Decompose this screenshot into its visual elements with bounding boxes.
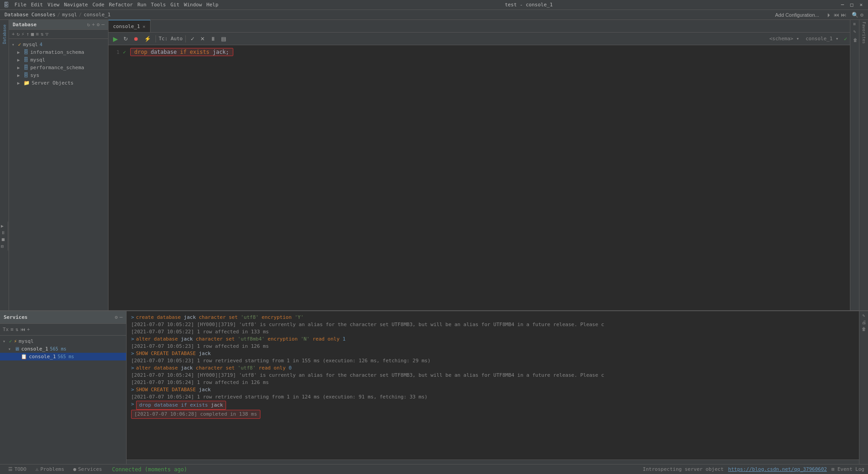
bottom-right-icon-1[interactable]: ✎ <box>862 313 865 318</box>
tab-console-1[interactable]: console_1 ✕ <box>108 20 151 32</box>
services-tree-console-1[interactable]: 📋 console_1 565 ms <box>0 353 126 360</box>
right-icon-2[interactable]: ✎ <box>851 28 858 35</box>
svc-icon-3[interactable]: ⏹ <box>1 237 7 242</box>
console-output[interactable]: > create database jack character set 'ut… <box>127 311 859 464</box>
stop-button[interactable]: ⏺ <box>132 35 141 43</box>
menu-run[interactable]: Run <box>137 2 146 8</box>
settings-db-icon[interactable]: ⚙ <box>97 22 100 28</box>
cancel-btn[interactable]: ✕ <box>198 35 207 43</box>
add-configuration-button[interactable]: Add Configuration... <box>773 11 822 19</box>
add-db-icon[interactable]: + <box>92 22 95 28</box>
db-toolbar-refresh[interactable]: ↻ <box>17 31 20 37</box>
tree-item-mysql-db[interactable]: ▶ 🗄 mysql <box>9 56 108 64</box>
svc-icon-4[interactable]: ⊞ <box>1 244 7 249</box>
table-btn[interactable]: ▤ <box>219 35 228 43</box>
right-icon-1[interactable]: ≡ <box>851 22 858 26</box>
minimize-db-icon[interactable]: ─ <box>101 22 104 28</box>
expand-sys-icon[interactable]: ▶ <box>17 73 22 78</box>
sync-icon[interactable]: ↻ <box>87 22 90 28</box>
check-btn[interactable]: ✓ <box>189 35 197 43</box>
code-editor[interactable]: 1 ✓ drop database if exists jack; <box>108 45 850 310</box>
db-toolbar-up[interactable]: ↑ <box>26 31 29 37</box>
status-tab-todo[interactable]: ☰ TODO <box>4 465 31 473</box>
toolbar-icon-3[interactable]: ⏭ <box>841 12 846 18</box>
services-header-actions[interactable]: ⚙ ─ <box>115 314 123 320</box>
pin-button[interactable]: ⚡ <box>142 35 153 43</box>
menu-file[interactable]: File <box>14 2 27 8</box>
menu-code[interactable]: Code <box>92 2 104 8</box>
database-toolbar[interactable]: + ↻ ⚡ ↑ ■ ≡ ⇅ ▽ <box>9 30 108 39</box>
dialect-label[interactable]: Tc: Auto <box>159 36 183 42</box>
tree-item-server-objects[interactable]: ▶ 📁 Server Objects <box>9 79 108 87</box>
expand-mysql-db-icon[interactable]: ▶ <box>17 57 22 62</box>
db-toolbar-filter[interactable]: ⚡ <box>21 31 24 37</box>
close-button[interactable]: ✕ <box>858 2 864 8</box>
menu-bar[interactable]: File Edit View Navigate Code Refactor Ru… <box>14 2 218 8</box>
status-tab-services[interactable]: ● Services <box>69 465 107 473</box>
bottom-right-icon-2[interactable]: 🖨 <box>862 320 866 325</box>
breadcrumb-item-2[interactable]: mysql <box>62 12 77 18</box>
tree-item-information-schema[interactable]: ▶ 🗄 information_schema <box>9 48 108 56</box>
search-icon[interactable]: 🔍 <box>852 12 859 18</box>
toolbar-icon-1[interactable]: ⏵ <box>826 12 832 18</box>
schema-selector[interactable]: <schema> ▾ <box>769 36 799 42</box>
run-button[interactable]: ▶ <box>111 34 120 43</box>
rerun-button[interactable]: ↻ <box>122 35 130 43</box>
expand-server-obj-icon[interactable]: ▶ <box>17 81 22 85</box>
restore-button[interactable]: □ <box>849 2 855 8</box>
menu-edit[interactable]: Edit <box>31 2 43 8</box>
db-toolbar-sort[interactable]: ⇅ <box>41 31 44 37</box>
right-icon-3[interactable]: 🗑 <box>851 37 859 43</box>
expand-perf-icon[interactable]: ▶ <box>17 65 22 70</box>
menu-git[interactable]: Git <box>170 2 179 8</box>
menu-tools[interactable]: Tools <box>151 2 166 8</box>
bottom-right-icon-3[interactable]: 🗑 <box>862 327 866 332</box>
services-tb-icon-5[interactable]: + <box>27 327 30 332</box>
services-tb-icon-1[interactable]: Tx <box>3 327 9 332</box>
expand-console-group-icon[interactable]: ▾ <box>8 346 13 351</box>
db-toolbar-add[interactable]: + <box>12 31 15 37</box>
services-tb-icon-2[interactable]: ≡ <box>10 327 14 332</box>
introspecting-url[interactable]: https://blog.csdn.net/qq_37960602 <box>728 466 827 472</box>
db-toolbar-stop[interactable]: ■ <box>31 31 34 37</box>
menu-help[interactable]: Help <box>207 2 219 8</box>
menu-navigate[interactable]: Navigate <box>64 2 88 8</box>
minimize-button[interactable]: ─ <box>839 2 846 8</box>
svc-icon-2[interactable]: ⏸ <box>1 230 7 235</box>
expand-info-schema-icon[interactable]: ▶ <box>17 50 22 55</box>
svc-icon-1[interactable]: ▶ <box>1 223 7 228</box>
tree-item-perf-schema[interactable]: ▶ 🗄 performance_schema <box>9 64 108 71</box>
settings-icon[interactable]: ⚙ <box>860 12 863 18</box>
window-controls[interactable]: ─ □ ✕ <box>839 2 864 8</box>
database-panel-actions[interactable]: ↻ + ⚙ ─ <box>87 22 105 28</box>
services-tb-icon-3[interactable]: ⇅ <box>15 327 19 332</box>
services-minimize-icon[interactable]: ─ <box>119 314 123 320</box>
expand-mysql-icon[interactable]: ▾ <box>12 42 16 47</box>
console-selector[interactable]: console_1 ▾ <box>806 36 839 42</box>
menu-view[interactable]: View <box>47 2 60 8</box>
toolbar-icon-2[interactable]: ⏮ <box>834 12 839 18</box>
favorites-label[interactable]: Favorites <box>862 22 866 44</box>
event-log-label[interactable]: ⊞ Event Log <box>831 466 864 472</box>
menu-window[interactable]: Window <box>184 2 202 8</box>
breadcrumb-item-1[interactable]: Database Consoles <box>5 12 56 18</box>
db-panel-toggle[interactable]: Database <box>2 24 7 44</box>
expand-services-mysql-icon[interactable]: ▾ <box>3 339 7 344</box>
breadcrumb-item-3[interactable]: console_1 <box>84 12 111 18</box>
tree-item-sys[interactable]: ▶ 🗄 sys <box>9 71 108 79</box>
mysql-badge: 4 <box>40 42 42 47</box>
db-toolbar-funnel[interactable]: ▽ <box>45 31 48 37</box>
services-tb-icon-4[interactable]: ⏮ <box>20 327 25 332</box>
tree-item-mysql[interactable]: ▾ ✓ mysql 4 <box>9 41 108 48</box>
db-toolbar-schema[interactable]: ≡ <box>36 31 39 37</box>
services-toolbar[interactable]: Tx ≡ ⇅ ⏮ + <box>0 324 126 336</box>
console-scrollbar[interactable] <box>127 460 859 464</box>
status-tab-problems[interactable]: ⚠ Problems <box>31 465 69 473</box>
status-tabs[interactable]: ☰ TODO ⚠ Problems ● Services <box>4 465 107 473</box>
services-tree-mysql[interactable]: ▾ ✓ ⚡ mysql <box>0 337 126 345</box>
tab-close-icon[interactable]: ✕ <box>143 24 146 29</box>
services-settings-icon[interactable]: ⚙ <box>115 314 118 320</box>
services-tree-console-group[interactable]: ▾ 🖥 console_1 565 ms <box>0 345 126 353</box>
pause-btn[interactable]: ⏸ <box>208 35 217 43</box>
menu-refactor[interactable]: Refactor <box>109 2 133 8</box>
